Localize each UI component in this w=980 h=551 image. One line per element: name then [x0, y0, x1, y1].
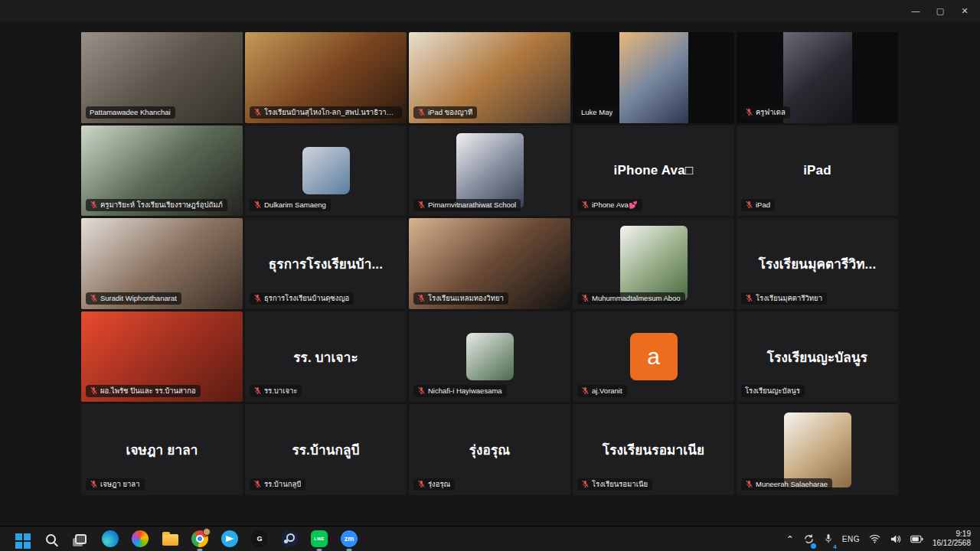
video-grid: Pattamawadee Khanchaiโรงเรียนบ้านสุไหงโก… [81, 32, 898, 495]
name-label: ครูมาริยะห์ โรงเรียนเรียงราษฎร์อุปถัมภ์ [86, 199, 227, 211]
name-label: Dulkarim Samaeng [250, 199, 331, 211]
participant-tile[interactable]: รร. บาเจาะรร.บาเจาะ [245, 311, 407, 403]
logitech-g-icon[interactable]: G [250, 529, 270, 549]
name-label: Pattamawadee Khanchai [86, 106, 175, 119]
display-name: รร.บ้านกลูบี [284, 439, 367, 460]
participant-tile[interactable]: Nichafi-i Hayiwaesama [409, 311, 570, 403]
line-glyph: LINE [311, 530, 328, 547]
participant-tile[interactable]: โรงเรียนบ้านสุไหงโก-ลก_สพป.นราธิวาส เขต … [245, 32, 407, 123]
wifi-icon[interactable] [869, 529, 880, 549]
maximize-button[interactable]: ▢ [928, 0, 952, 21]
zoom-icon[interactable]: zm [339, 529, 359, 549]
telegram-glyph [221, 530, 238, 547]
steam-icon[interactable] [279, 529, 299, 549]
muted-mic-icon [417, 480, 426, 488]
name-label: Muhummadtalmesum Aboo [577, 292, 685, 305]
language-indicator[interactable]: ENG [842, 529, 860, 549]
muted-mic-icon [417, 294, 426, 302]
avatar [456, 133, 524, 208]
edge-glyph [102, 530, 119, 547]
tray-overflow-chevron-icon[interactable]: ⌃ [786, 530, 794, 549]
search-icon[interactable] [41, 529, 60, 549]
participant-tile[interactable]: ธุรการโรงเรียนบ้า...ธุรการโรงเรียนบ้านดุ… [245, 218, 407, 309]
volume-icon[interactable] [890, 529, 901, 549]
participant-tile[interactable]: Muneerah Salaeharae [737, 404, 898, 495]
participant-tile[interactable]: ครูฟาเดล [737, 32, 898, 123]
zoom-glyph: zm [341, 530, 358, 547]
participant-tile[interactable]: Dulkarim Samaeng [245, 126, 407, 217]
battery-icon[interactable] [910, 529, 923, 549]
start-icon[interactable] [11, 529, 31, 549]
taskbar-clock[interactable]: 9:19 16/12/2568 [933, 530, 971, 548]
copilot-glyph [132, 530, 149, 547]
name-label: โรงเรียนมุคตารีวิทยา [741, 292, 827, 305]
display-name: โรงเรียนญะบัลนูร [760, 347, 875, 367]
chrome-glyph [191, 530, 208, 547]
name-label: รุ่งอรุณ [413, 478, 455, 491]
name-label: รร.บ้านกลูบี [250, 478, 305, 491]
name-label: Nichafi-i Hayiwaesama [413, 385, 507, 397]
participant-tile[interactable]: aaj.Voranit [573, 311, 734, 403]
participant-tile[interactable]: ผอ.ไพรัช ปินและ รร.บ้านสากอ [81, 311, 243, 403]
name-label: Muneerah Salaeharae [741, 478, 832, 491]
line-icon[interactable]: LINE [309, 529, 329, 549]
muted-mic-icon [417, 108, 426, 116]
participant-tile[interactable]: โรงเรียนรอมาเนียโรงเรียนรอมาเนีย [573, 404, 734, 495]
participant-tile[interactable]: เจษฎา ยาลาเจษฎา ยาลา [81, 404, 243, 495]
file-explorer-icon[interactable] [160, 529, 180, 549]
muted-mic-icon [745, 294, 753, 302]
name-label: โรงเรียนบ้านสุไหงโก-ลก_สพป.นราธิวาส เขต … [250, 106, 402, 119]
muted-mic-icon [253, 294, 262, 302]
logitech-g-glyph: G [251, 530, 268, 547]
name-label: ธุรการโรงเรียนบ้านดุซงญอ [250, 292, 354, 305]
name-label: ผอ.ไพรัช ปินและ รร.บ้านสากอ [86, 385, 201, 397]
copilot-icon[interactable] [130, 529, 150, 549]
name-label: โรงเรียนแหลมทองวิทยา [413, 292, 508, 305]
muted-mic-icon [90, 480, 98, 488]
muted-mic-icon [253, 480, 262, 488]
participant-tile[interactable]: โรงเรียนมุคตารีวิท...โรงเรียนมุคตารีวิทย… [737, 218, 898, 309]
participant-tile[interactable]: รร.บ้านกลูบีรร.บ้านกลูบี [245, 404, 407, 495]
video-feed [619, 32, 688, 123]
muted-mic-icon [253, 201, 262, 209]
minimize-button[interactable]: — [903, 0, 928, 21]
name-label: เจษฎา ยาลา [86, 478, 145, 491]
display-name: ธุรการโรงเรียนบ้า... [261, 253, 390, 274]
participant-tile[interactable]: รุ่งอรุณรุ่งอรุณ [409, 404, 570, 495]
participant-tile[interactable]: Pimarnvitnarathiwat School [409, 126, 570, 217]
task-view-icon[interactable] [70, 529, 90, 549]
chrome-icon[interactable] [190, 529, 210, 549]
name-label: Luke May [577, 106, 617, 119]
muted-mic-icon [417, 386, 426, 395]
participant-tile[interactable]: iPhone Ava□iPhone Ava💕 [573, 126, 734, 217]
microphone-badge: 4 [833, 543, 836, 550]
name-label: aj.Voranit [577, 385, 627, 397]
desktop-screen: — ▢ ✕ Pattamawadee Khanchaiโรงเรียนบ้านส… [0, 0, 980, 551]
display-name: รร. บาเจาะ [286, 347, 366, 367]
participant-tile[interactable]: Luke May [573, 32, 734, 123]
participant-tile[interactable]: Pattamawadee Khanchai [81, 32, 243, 123]
display-name: iPhone Ava□ [606, 163, 701, 178]
muted-mic-icon [90, 201, 98, 209]
display-name: เจษฎา ยาลา [118, 439, 205, 460]
avatar [620, 226, 688, 301]
avatar [466, 333, 514, 380]
muted-mic-icon [745, 480, 753, 488]
close-button[interactable]: ✕ [952, 0, 977, 21]
participant-tile[interactable]: ครูมาริยะห์ โรงเรียนเรียงราษฎร์อุปถัมภ์ [81, 126, 243, 217]
search-glyph [46, 534, 56, 544]
name-label: Pimarnvitnarathiwat School [413, 199, 521, 211]
participant-tile[interactable]: โรงเรียนแหลมทองวิทยา [409, 218, 570, 309]
participant-tile[interactable]: Suradit Wiphonthanarat [81, 218, 243, 309]
telegram-icon[interactable] [220, 529, 240, 549]
participant-tile[interactable]: iPad ของญาที [409, 32, 570, 123]
participant-tile[interactable]: Muhummadtalmesum Aboo [573, 218, 734, 309]
participant-tile[interactable]: iPadiPad [737, 126, 898, 217]
participant-tile[interactable]: โรงเรียนญะบัลนูรโรงเรียนญะบัลนูร [737, 311, 898, 403]
task-view-glyph [75, 534, 87, 544]
edge-icon[interactable] [100, 529, 120, 549]
microphone-status-icon[interactable]: 4 [824, 529, 833, 549]
muted-mic-icon [745, 201, 753, 209]
sync-status-icon[interactable] [803, 529, 815, 549]
name-label: iPhone Ava💕 [577, 199, 642, 211]
